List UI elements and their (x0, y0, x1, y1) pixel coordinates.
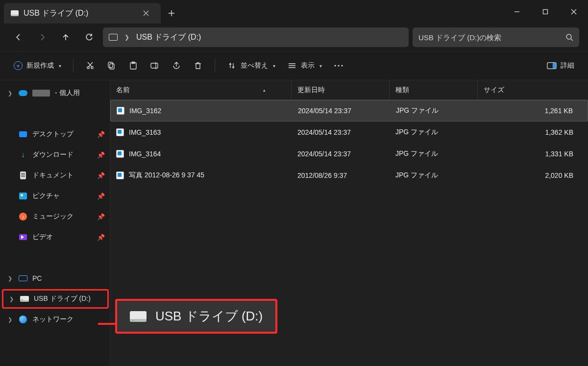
col-type[interactable]: 種類 (390, 80, 478, 99)
new-label: 新規作成 (26, 61, 54, 70)
tab-current[interactable]: USB ドライブ (D:) (4, 3, 161, 24)
minimize-button[interactable] (503, 0, 531, 24)
sidebar-item-pc[interactable]: ❯ PC (2, 268, 109, 288)
cell-name: IMG_3162 (111, 107, 292, 115)
sidebar-item-documents[interactable]: ドキュメント 📌 (2, 166, 109, 185)
pin-icon: 📌 (97, 131, 105, 138)
jpg-file-icon (116, 171, 124, 179)
sidebar-item-label: ピクチャ (32, 192, 60, 200)
svg-point-1 (566, 34, 571, 39)
cell-type: JPG ファイル (390, 106, 478, 115)
pictures-icon (19, 192, 27, 200)
share-icon (172, 61, 181, 71)
minimize-icon (514, 9, 520, 15)
share-button[interactable] (167, 56, 186, 75)
col-modified[interactable]: 更新日時 (292, 80, 390, 99)
chevron-down-icon: ▾ (273, 63, 275, 69)
file-row[interactable]: IMG_31642024/05/14 23:37JPG ファイル1,331 KB (110, 143, 588, 165)
file-name: 写真 2012-08-26 9 37 45 (129, 171, 204, 180)
download-icon: ↓ (19, 150, 27, 159)
col-size[interactable]: サイズ (478, 80, 588, 99)
sidebar-item-usb-drive[interactable]: ❯ USB ドライブ (D:) (2, 289, 109, 309)
sidebar-item-label: ダウンロード (32, 150, 74, 159)
svg-point-10 (338, 65, 339, 66)
file-row[interactable]: IMG_31632024/05/14 23:37JPG ファイル1,362 KB (110, 122, 588, 143)
sidebar-item-network[interactable]: ❯ ネットワーク (2, 310, 109, 329)
chevron-right-icon: ❯ (6, 317, 14, 323)
sidebar: ❯ - 個人用 デスクトップ 📌 ↓ ダウンロード 📌 ド (0, 80, 110, 366)
copy-button[interactable] (102, 56, 122, 75)
more-button[interactable] (329, 56, 348, 75)
forward-button[interactable] (32, 27, 52, 47)
document-icon (19, 171, 27, 180)
svg-rect-0 (543, 10, 548, 14)
back-button[interactable] (9, 27, 28, 47)
chevron-down-icon: ▾ (319, 63, 322, 69)
paste-button[interactable] (123, 56, 143, 75)
new-tab-button[interactable] (161, 3, 182, 24)
redacted-name (32, 90, 50, 97)
cell-size: 1,331 KB (478, 150, 588, 158)
new-button[interactable]: + 新規作成 ▾ (9, 56, 66, 75)
pin-icon: 📌 (97, 234, 105, 241)
cell-type: JPG ファイル (390, 149, 478, 158)
file-name: IMG_3163 (129, 128, 161, 136)
cell-size: 1,362 KB (478, 128, 588, 136)
copy-icon (107, 61, 117, 71)
svg-rect-13 (553, 63, 556, 69)
col-type-label: 種類 (395, 86, 409, 95)
cell-modified: 2024/05/14 23:37 (292, 128, 390, 136)
sidebar-item-label: - 個人用 (55, 89, 80, 98)
file-list[interactable]: IMG_31622024/05/14 23:37JPG ファイル1,261 KB… (110, 100, 588, 366)
sidebar-item-downloads[interactable]: ↓ ダウンロード 📌 (2, 145, 109, 165)
breadcrumb-segment[interactable]: USB ドライブ (D:) (136, 32, 201, 43)
close-icon (571, 9, 577, 15)
content-area: 名前 ▴ 更新日時 種類 サイズ IMG_31622024/05/14 23:3… (110, 80, 588, 366)
details-pane-icon (547, 61, 557, 71)
rename-button[interactable] (145, 56, 165, 75)
monitor-icon (109, 34, 118, 41)
tab-close-button[interactable] (138, 5, 154, 21)
details-pane-button[interactable]: 詳細 (542, 56, 579, 75)
svg-point-11 (341, 65, 343, 66)
jpg-file-icon (116, 128, 124, 136)
up-button[interactable] (56, 27, 75, 47)
refresh-button[interactable] (79, 27, 99, 47)
svg-point-9 (334, 65, 336, 66)
maximize-button[interactable] (531, 0, 560, 24)
svg-rect-4 (110, 64, 114, 69)
trash-icon (193, 61, 203, 71)
video-icon (19, 233, 27, 242)
col-name-label: 名前 (116, 86, 130, 95)
titlebar: USB ドライブ (D:) (0, 0, 588, 24)
cut-button[interactable] (80, 56, 100, 75)
sidebar-item-label: ミュージック (32, 212, 74, 221)
more-icon (334, 61, 343, 71)
delete-button[interactable] (188, 56, 208, 75)
sidebar-item-videos[interactable]: ビデオ 📌 (2, 227, 109, 247)
search-icon (565, 33, 573, 41)
close-window-button[interactable] (560, 0, 588, 24)
sidebar-item-onedrive[interactable]: ❯ - 個人用 (2, 83, 109, 103)
file-row[interactable]: IMG_31622024/05/14 23:37JPG ファイル1,261 KB (110, 100, 588, 122)
view-button[interactable]: 表示 ▾ (282, 56, 327, 75)
arrow-left-icon (14, 33, 23, 42)
sidebar-item-pictures[interactable]: ピクチャ 📌 (2, 186, 109, 206)
sort-icon (227, 61, 237, 71)
details-label: 詳細 (561, 61, 574, 70)
titlebar-drag[interactable] (182, 0, 503, 24)
address-bar[interactable]: ❯ USB ドライブ (D:) (103, 27, 409, 47)
plus-icon (168, 10, 175, 17)
sidebar-item-desktop[interactable]: デスクトップ 📌 (2, 124, 109, 144)
sort-button[interactable]: 並べ替え ▾ (222, 56, 280, 75)
drive-icon (11, 10, 19, 16)
cell-type: JPG ファイル (390, 128, 478, 137)
search-box[interactable] (413, 27, 579, 47)
file-row[interactable]: 写真 2012-08-26 9 37 452012/08/26 9:37JPG … (110, 165, 588, 186)
sidebar-gap (2, 248, 109, 268)
col-name[interactable]: 名前 ▴ (110, 80, 292, 99)
cell-size: 2,020 KB (478, 171, 588, 179)
search-input[interactable] (418, 33, 561, 42)
desktop-icon (19, 130, 27, 139)
sidebar-item-music[interactable]: ♪ ミュージック 📌 (2, 207, 109, 226)
